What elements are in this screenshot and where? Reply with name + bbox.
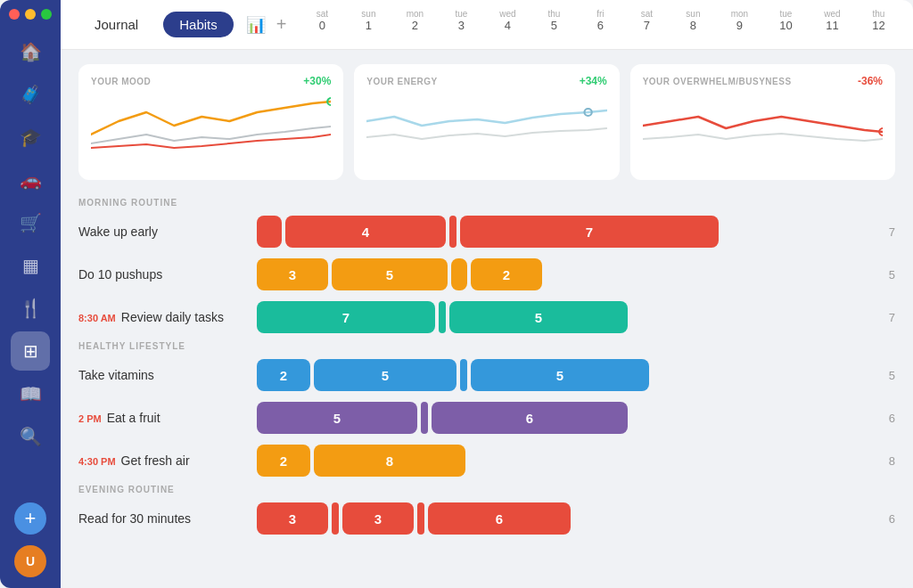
overwhelm-title: YOUR OVERWHELM/BUSYNESS bbox=[643, 77, 792, 86]
habit-bar[interactable]: 5 bbox=[332, 258, 448, 290]
day-num: 3 bbox=[458, 19, 465, 32]
habit-bar[interactable]: 8 bbox=[314, 445, 465, 477]
habit-name: Take vitamins bbox=[78, 368, 257, 382]
habit-bar[interactable] bbox=[449, 216, 456, 248]
habit-name: 2 PMEat a fruit bbox=[78, 411, 257, 425]
habit-bar[interactable]: 6 bbox=[428, 502, 571, 535]
habit-bar[interactable] bbox=[417, 502, 424, 535]
avatar[interactable]: U bbox=[14, 545, 46, 577]
day-num: 7 bbox=[644, 19, 650, 32]
time-badge: 2 PM bbox=[78, 413, 102, 424]
habit-total: 6 bbox=[874, 512, 895, 526]
day-col-1[interactable]: sun 1 bbox=[345, 9, 391, 40]
habit-bar[interactable]: 4 bbox=[285, 216, 446, 248]
day-col-9[interactable]: mon 9 bbox=[716, 9, 762, 40]
tab-habits[interactable]: Habits bbox=[163, 12, 234, 37]
days-header: sat 0 sun 1 mon 2 tue 3 wed 4 thu 5 fri … bbox=[295, 9, 895, 40]
maximize-button[interactable] bbox=[41, 9, 52, 20]
habit-bar[interactable]: 5 bbox=[471, 359, 649, 391]
day-col-5[interactable]: thu 5 bbox=[531, 9, 577, 40]
habit-bar[interactable]: 5 bbox=[314, 359, 456, 391]
day-label: wed bbox=[824, 9, 840, 19]
day-col-12[interactable]: thu 12 bbox=[855, 9, 895, 40]
time-badge: 4:30 PM bbox=[78, 456, 116, 467]
scroll-area[interactable]: YOUR MOOD +30% YOUR ENERGY +34% bbox=[61, 50, 913, 588]
sidebar-item-food[interactable]: 🍴 bbox=[11, 289, 50, 328]
mood-chart: YOUR MOOD +30% bbox=[78, 64, 343, 180]
habit-name: 8:30 AMReview daily tasks bbox=[78, 310, 257, 324]
habit-bar[interactable]: 3 bbox=[257, 258, 328, 290]
habit-bar[interactable] bbox=[257, 216, 282, 248]
energy-chart: YOUR ENERGY +34% bbox=[354, 64, 619, 180]
add-button[interactable]: + bbox=[14, 502, 46, 535]
sidebar-item-travel[interactable]: 🧳 bbox=[11, 75, 50, 114]
sidebar-item-grid[interactable]: ▦ bbox=[11, 246, 50, 285]
add-habit-button[interactable]: + bbox=[276, 14, 287, 35]
tab-journal[interactable]: Journal bbox=[78, 12, 154, 37]
habit-bar[interactable]: 6 bbox=[432, 402, 628, 434]
habit-total: 5 bbox=[874, 268, 895, 282]
overwhelm-badge: -36% bbox=[858, 75, 883, 87]
energy-badge: +34% bbox=[580, 75, 607, 87]
day-col-2[interactable]: mon 2 bbox=[391, 9, 438, 40]
habit-bars: 28 bbox=[257, 445, 868, 477]
habit-row: 8:30 AMReview daily tasks757 bbox=[78, 298, 895, 336]
habit-bar[interactable]: 5 bbox=[257, 402, 417, 434]
habit-bar[interactable]: 5 bbox=[449, 301, 628, 333]
habit-bar[interactable]: 3 bbox=[257, 502, 328, 535]
habit-bar[interactable] bbox=[332, 502, 339, 535]
mood-badge: +30% bbox=[303, 75, 331, 87]
day-col-8[interactable]: sun 8 bbox=[670, 9, 716, 40]
habit-bar[interactable]: 7 bbox=[257, 301, 435, 333]
sidebar-item-education[interactable]: 🎓 bbox=[11, 118, 50, 157]
close-button[interactable] bbox=[9, 9, 20, 20]
day-col-7[interactable]: sat 7 bbox=[623, 9, 670, 40]
energy-title: YOUR ENERGY bbox=[366, 77, 437, 86]
habit-row: 2 PMEat a fruit566 bbox=[78, 399, 895, 437]
window-controls bbox=[9, 9, 52, 20]
habit-bar[interactable] bbox=[421, 402, 428, 434]
habit-name: Do 10 pushups bbox=[78, 267, 257, 282]
sidebar-item-search[interactable]: 🔍 bbox=[11, 417, 50, 456]
day-col-11[interactable]: wed 11 bbox=[809, 9, 855, 40]
habit-row: Do 10 pushups3525 bbox=[78, 256, 895, 293]
day-col-6[interactable]: fri 6 bbox=[577, 9, 623, 40]
overwhelm-chart: YOUR OVERWHELM/BUSYNESS -36% bbox=[630, 64, 895, 180]
sidebar-item-transport[interactable]: 🚗 bbox=[11, 160, 50, 200]
section-label: HEALTHY LIFESTYLE bbox=[78, 341, 895, 351]
habit-row: 4:30 PMGet fresh air288 bbox=[78, 442, 895, 479]
day-label: thu bbox=[547, 9, 560, 19]
habit-bar[interactable]: 2 bbox=[257, 445, 310, 477]
day-label: fri bbox=[596, 9, 604, 19]
sidebar-item-apps[interactable]: ⊞ bbox=[11, 331, 50, 371]
day-num: 1 bbox=[366, 19, 372, 32]
habit-bar[interactable]: 2 bbox=[471, 258, 542, 290]
habit-bar[interactable] bbox=[439, 301, 446, 333]
energy-svg bbox=[366, 94, 606, 157]
habit-bar[interactable]: 3 bbox=[342, 502, 414, 535]
habit-bar[interactable]: 2 bbox=[257, 359, 310, 391]
sidebar-item-home[interactable]: 🏠 bbox=[11, 32, 50, 71]
day-num: 8 bbox=[690, 19, 696, 32]
sidebar-item-shopping[interactable]: 🛒 bbox=[11, 203, 50, 242]
day-col-4[interactable]: wed 4 bbox=[484, 9, 531, 40]
habit-bars: 255 bbox=[257, 359, 868, 391]
day-col-3[interactable]: tue 3 bbox=[438, 9, 484, 40]
habit-total: 7 bbox=[874, 311, 895, 324]
header: Journal Habits 📊 + sat 0 sun 1 mon 2 tue… bbox=[61, 0, 913, 50]
habit-bar[interactable]: 7 bbox=[460, 216, 719, 248]
habit-bar[interactable] bbox=[460, 359, 467, 391]
day-label: sat bbox=[317, 9, 328, 19]
day-num: 12 bbox=[872, 19, 884, 32]
day-col-10[interactable]: tue 10 bbox=[762, 9, 809, 40]
habit-bars: 56 bbox=[257, 402, 868, 434]
habit-total: 7 bbox=[874, 225, 895, 239]
habit-bar[interactable] bbox=[451, 258, 467, 290]
habit-name: 4:30 PMGet fresh air bbox=[78, 453, 257, 468]
day-label: mon bbox=[731, 9, 748, 19]
minimize-button[interactable] bbox=[25, 9, 36, 20]
habit-bars: 47 bbox=[257, 216, 868, 248]
day-col-0[interactable]: sat 0 bbox=[299, 9, 345, 40]
day-label: thu bbox=[872, 9, 884, 19]
sidebar-item-journal[interactable]: 📖 bbox=[11, 374, 50, 413]
